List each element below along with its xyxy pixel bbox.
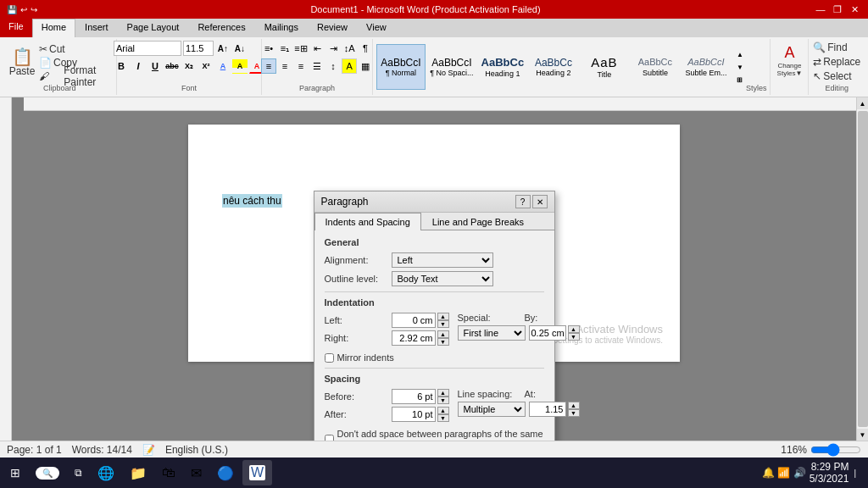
align-right-button[interactable]: ≡ [293, 58, 309, 74]
select-button[interactable]: ↖ Select [811, 69, 862, 83]
show-formatting-button[interactable]: ¶ [358, 41, 373, 56]
by-up-button[interactable]: ▲ [568, 325, 580, 333]
numbering-button[interactable]: ≡₁ [277, 41, 292, 56]
sort-button[interactable]: ↕A [342, 41, 357, 56]
align-left-button[interactable]: ≡ [261, 58, 276, 74]
close-button[interactable]: ✕ [848, 3, 861, 15]
after-up-button[interactable]: ▲ [437, 407, 449, 414]
bold-button[interactable]: B [114, 58, 129, 74]
style-subtle-emphasis[interactable]: AaBbCcI Subtle Em... [682, 44, 731, 90]
tab-references[interactable]: References [188, 19, 254, 37]
paste-button[interactable]: 📋 Paste [8, 43, 36, 82]
tab-view[interactable]: View [357, 19, 396, 37]
tab-home[interactable]: Home [32, 19, 75, 37]
styles-scroll-up-button[interactable]: ▲ [734, 48, 746, 60]
multilevel-button[interactable]: ≡⊞ [293, 41, 309, 56]
cut-button[interactable]: ✂ Cut [37, 42, 111, 56]
vertical-scrollbar[interactable]: ▲ ▼ [856, 97, 868, 441]
chrome-button[interactable]: 🔵 [210, 460, 241, 485]
before-up-button[interactable]: ▲ [437, 389, 449, 396]
show-desktop-button[interactable]: | [852, 460, 858, 485]
replace-button[interactable]: ⇄ Replace [811, 55, 862, 69]
by-down-button[interactable]: ▼ [568, 333, 580, 341]
align-center-button[interactable]: ≡ [277, 58, 292, 74]
task-view-button[interactable]: ⧉ [68, 460, 89, 485]
styles-scroll-down-button[interactable]: ▼ [734, 61, 746, 73]
before-down-button[interactable]: ▼ [437, 396, 449, 404]
outline-select[interactable]: Body Text Level 1 Level 2 [392, 271, 493, 286]
tab-mailings[interactable]: Mailings [255, 19, 308, 37]
after-input[interactable] [392, 407, 436, 422]
special-select[interactable]: First line Hanging (none) [458, 325, 526, 341]
minimize-button[interactable]: — [814, 3, 827, 15]
mail-button[interactable]: ✉ [184, 460, 209, 485]
line-spacing-button[interactable]: ↕ [326, 58, 341, 74]
style-subtitle[interactable]: AaBbCc Subtitle [631, 44, 680, 90]
store-button[interactable]: 🛍 [155, 460, 182, 485]
explorer-icon: 📁 [130, 465, 147, 481]
scroll-up-button[interactable]: ▲ [857, 97, 869, 109]
tab-file[interactable]: File [0, 19, 32, 37]
style-heading2[interactable]: AaBbCc Heading 2 [529, 44, 578, 90]
scroll-down-button[interactable]: ▼ [857, 429, 869, 441]
search-button[interactable]: 🔍 [29, 460, 66, 485]
right-indent-down-button[interactable]: ▼ [437, 338, 449, 346]
right-indent-input[interactable] [392, 330, 436, 346]
underline-button[interactable]: U [147, 58, 163, 74]
alignment-select[interactable]: Left Center Right Justified [392, 252, 493, 268]
tab-insert[interactable]: Insert [75, 19, 118, 37]
left-indent-up-button[interactable]: ▲ [437, 313, 449, 320]
borders-button[interactable]: ▦ [358, 58, 373, 74]
text-highlight-button[interactable]: A [232, 58, 248, 74]
word-button[interactable]: W [242, 460, 272, 485]
at-up-button[interactable]: ▲ [568, 402, 580, 409]
justify-button[interactable]: ☰ [309, 58, 325, 74]
style-nospacing[interactable]: AaBbCcI ¶ No Spaci... [427, 44, 476, 90]
mirror-indents-checkbox[interactable] [325, 353, 334, 363]
explorer-button[interactable]: 📁 [123, 460, 153, 485]
format-painter-icon: 🖌 [39, 70, 49, 82]
restore-button[interactable]: ❐ [831, 3, 844, 15]
after-down-button[interactable]: ▼ [437, 414, 449, 422]
increase-indent-button[interactable]: ⇥ [326, 41, 341, 56]
left-indent-down-button[interactable]: ▼ [437, 320, 449, 328]
font-size-input[interactable] [183, 41, 214, 56]
before-input[interactable] [392, 389, 436, 404]
style-title[interactable]: AaB Title [580, 44, 629, 90]
scroll-thumb[interactable] [858, 111, 868, 427]
shrink-font-button[interactable]: A↓ [232, 41, 248, 56]
change-styles-button[interactable]: A ChangeStyles▼ [774, 41, 804, 80]
grow-font-button[interactable]: A↑ [215, 41, 231, 56]
font-name-input[interactable] [114, 41, 181, 56]
tab-review[interactable]: Review [308, 19, 357, 37]
line-spacing-select[interactable]: Multiple Single 1.5 lines Double At leas… [458, 402, 526, 417]
styles-more-button[interactable]: ⊞ [734, 74, 746, 86]
style-normal[interactable]: AaBbCcI ¶ Normal [376, 44, 426, 90]
find-button[interactable]: 🔍 Find [811, 41, 862, 54]
format-painter-button[interactable]: 🖌 Format Painter [37, 69, 111, 83]
subscript-button[interactable]: X₂ [181, 58, 197, 74]
bullets-button[interactable]: ≡• [261, 41, 276, 56]
tab-indents-spacing[interactable]: Indents and Spacing [314, 213, 421, 230]
strikethrough-button[interactable]: abc [164, 58, 180, 74]
start-button[interactable]: ⊞ [3, 460, 27, 485]
superscript-button[interactable]: X² [198, 58, 214, 74]
dialog-help-button[interactable]: ? [515, 195, 531, 208]
at-down-button[interactable]: ▼ [568, 409, 580, 417]
text-effects-button[interactable]: A [215, 58, 231, 74]
dont-add-space-checkbox[interactable] [325, 435, 334, 441]
edge-button[interactable]: 🌐 [91, 460, 121, 485]
shading-button[interactable]: A [342, 58, 357, 74]
style-heading1[interactable]: AaBbCc Heading 1 [478, 44, 527, 90]
tab-line-page-breaks[interactable]: Line and Page Breaks [421, 213, 535, 230]
by-input[interactable] [529, 325, 566, 341]
zoom-slider[interactable] [810, 446, 861, 453]
tab-page-layout[interactable]: Page Layout [118, 19, 189, 37]
dialog-close-button[interactable]: ✕ [532, 195, 548, 208]
italic-button[interactable]: I [131, 58, 146, 74]
left-indent-input[interactable] [392, 313, 436, 328]
decrease-indent-button[interactable]: ⇤ [309, 41, 325, 56]
at-input[interactable] [529, 402, 566, 417]
mirror-indents-row: Mirror indents [325, 352, 544, 363]
right-indent-up-button[interactable]: ▲ [437, 330, 449, 338]
